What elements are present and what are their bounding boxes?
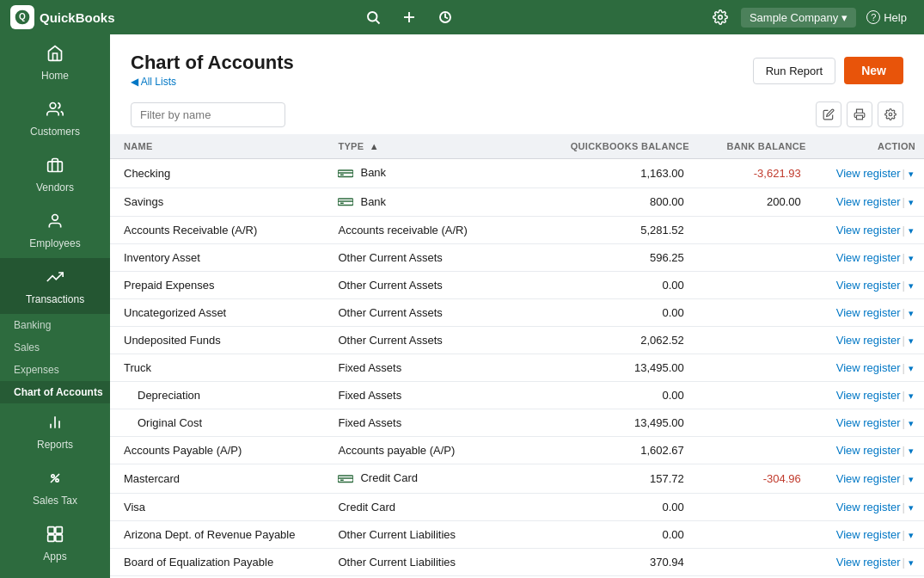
sidebar-sub-chart-of-accounts[interactable]: Chart of Accounts <box>0 381 110 403</box>
cell-qb-balance: 1,163.00 <box>544 159 698 188</box>
cell-type: Bank <box>329 159 543 188</box>
sidebar-item-salestax[interactable]: Sales Tax <box>0 459 110 515</box>
company-switcher[interactable]: Sample Company ▾ <box>741 8 856 28</box>
col-header-type[interactable]: TYPE ▲ <box>329 134 543 159</box>
cell-action: View register|▾ <box>815 217 924 244</box>
action-dropdown-btn[interactable]: ▾ <box>909 502 914 513</box>
cell-name: Mastercard <box>110 464 329 494</box>
cell-action: View register|▾ <box>815 520 924 548</box>
cell-qb-balance: 13,495.00 <box>544 409 698 437</box>
action-dropdown-btn[interactable]: ▾ <box>909 557 914 568</box>
sidebar-item-reports[interactable]: Reports <box>0 403 110 459</box>
action-dropdown-btn[interactable]: ▾ <box>909 280 914 291</box>
breadcrumb[interactable]: ◀ All Lists <box>131 76 294 88</box>
cell-qb-balance: 13,495.00 <box>544 354 698 382</box>
table-row: Board of Equalization Payable Other Curr… <box>110 548 924 575</box>
table-row: Checking Bank 1,163.00 -3,621.93 View re… <box>110 159 924 188</box>
cell-name: Prepaid Expenses <box>110 272 329 299</box>
action-dropdown-btn[interactable]: ▾ <box>909 474 914 484</box>
action-dropdown-btn[interactable]: ▾ <box>909 363 914 373</box>
action-dropdown-btn[interactable]: ▾ <box>909 225 914 236</box>
action-dropdown-btn[interactable]: ▾ <box>909 446 914 456</box>
search-icon-btn[interactable] <box>356 0 390 34</box>
action-dropdown-btn[interactable]: ▾ <box>909 530 914 540</box>
svg-line-3 <box>376 20 379 23</box>
view-register-link[interactable]: View register <box>836 472 901 485</box>
view-register-link[interactable]: View register <box>836 167 901 180</box>
view-register-link[interactable]: View register <box>836 444 901 457</box>
sidebar-sub-expenses[interactable]: Expenses <box>0 359 110 381</box>
bank-balance-value: -3,621.93 <box>754 167 801 180</box>
action-sep: | <box>903 501 905 513</box>
sidebar-item-apps[interactable]: Apps <box>0 515 110 571</box>
cell-bank-balance <box>698 244 815 272</box>
view-register-link[interactable]: View register <box>836 195 901 208</box>
action-dropdown-btn[interactable]: ▾ <box>909 390 914 401</box>
view-register-link[interactable]: View register <box>836 416 901 429</box>
cell-name: Arizona Dept. of Revenue Payable <box>110 520 329 548</box>
cell-qb-balance: 370.94 <box>544 548 698 575</box>
sidebar-item-payroll[interactable]: Turn On Payroll <box>0 571 110 578</box>
add-icon-btn[interactable] <box>392 0 426 34</box>
vendors-icon <box>46 157 64 178</box>
help-button[interactable]: ? Help <box>860 7 914 28</box>
sidebar-sub-sales[interactable]: Sales <box>0 336 110 359</box>
action-dropdown-btn[interactable]: ▾ <box>909 253 914 263</box>
action-sep: | <box>903 195 905 208</box>
sidebar-item-transactions[interactable]: Transactions <box>0 258 110 314</box>
company-dropdown-icon: ▾ <box>841 11 848 24</box>
table-row: Depreciation Fixed Assets 0.00 View regi… <box>110 382 924 409</box>
view-register-link[interactable]: View register <box>836 361 901 374</box>
action-sep: | <box>903 279 905 292</box>
sidebar-vendors-label: Vendors <box>36 181 74 194</box>
content-area: Chart of Accounts ◀ All Lists Run Report… <box>110 34 924 578</box>
bank-icon: Bank <box>338 166 386 179</box>
cell-type: Other Current Assets <box>329 299 543 327</box>
recent-icon-btn[interactable] <box>428 0 462 34</box>
view-register-link[interactable]: View register <box>836 224 901 237</box>
view-register-link[interactable]: View register <box>836 389 901 402</box>
svg-rect-34 <box>340 479 344 481</box>
action-dropdown-btn[interactable]: ▾ <box>909 418 914 428</box>
cell-action: View register|▾ <box>815 464 924 494</box>
sidebar-item-vendors[interactable]: Vendors <box>0 146 110 202</box>
sidebar-item-customers[interactable]: Customers <box>0 90 110 146</box>
cell-bank-balance <box>698 382 815 409</box>
table-row: Prepaid Expenses Other Current Assets 0.… <box>110 272 924 299</box>
settings-icon-btn[interactable] <box>703 0 737 34</box>
settings-table-icon-btn[interactable] <box>878 101 903 127</box>
action-dropdown-btn[interactable]: ▾ <box>909 308 914 318</box>
action-dropdown-btn[interactable]: ▾ <box>909 197 914 207</box>
view-register-link[interactable]: View register <box>836 501 901 513</box>
cell-qb-balance: 596.25 <box>544 244 698 272</box>
cell-action: View register|▾ <box>815 159 924 188</box>
view-register-link[interactable]: View register <box>836 556 901 569</box>
cell-name: Accounts Receivable (A/R) <box>110 217 329 244</box>
table-row: Accounts Payable (A/P) Accounts payable … <box>110 437 924 464</box>
view-register-link[interactable]: View register <box>836 251 901 264</box>
print-icon-btn[interactable] <box>847 101 872 127</box>
cell-name: Undeposited Funds <box>110 327 329 354</box>
filter-input[interactable] <box>131 102 285 127</box>
view-register-link[interactable]: View register <box>836 334 901 347</box>
sidebar-item-home[interactable]: Home <box>0 34 110 90</box>
sidebar-sub-banking[interactable]: Banking <box>0 314 110 336</box>
edit-icon-btn[interactable] <box>816 101 841 127</box>
svg-rect-18 <box>56 527 63 534</box>
svg-rect-19 <box>48 535 55 542</box>
action-sep: | <box>903 306 905 319</box>
cell-bank-balance <box>698 409 815 437</box>
bank-balance-value: -304.96 <box>763 472 801 485</box>
svg-point-15 <box>56 479 58 482</box>
cell-qb-balance: 0.00 <box>544 493 698 520</box>
view-register-link[interactable]: View register <box>836 528 901 541</box>
cell-qb-balance: 1,602.67 <box>544 437 698 464</box>
new-button[interactable]: New <box>844 57 903 84</box>
sidebar-item-employees[interactable]: Employees <box>0 202 110 258</box>
run-report-button[interactable]: Run Report <box>753 58 835 84</box>
view-register-link[interactable]: View register <box>836 279 901 292</box>
action-dropdown-btn[interactable]: ▾ <box>909 335 914 346</box>
view-register-link[interactable]: View register <box>836 306 901 319</box>
action-dropdown-btn[interactable]: ▾ <box>909 169 914 179</box>
cell-action: View register|▾ <box>815 327 924 354</box>
